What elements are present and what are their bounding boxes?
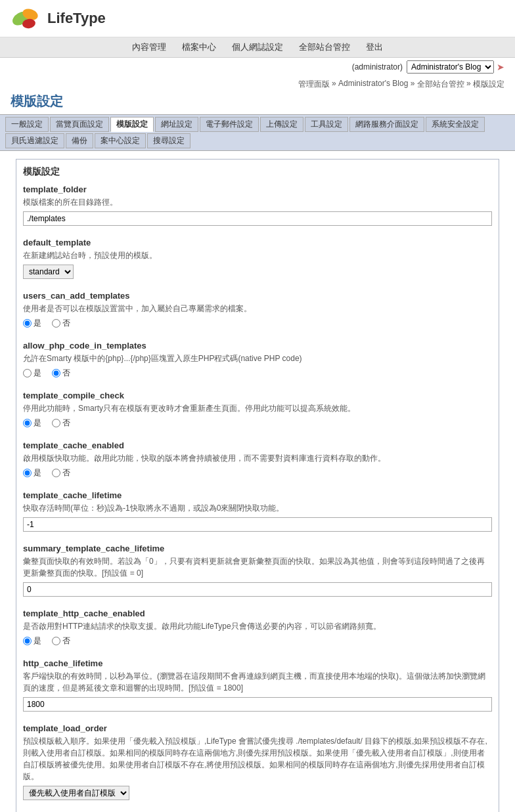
setting-desc-http-cache-lifetime: 客戶端快取的有效時間，以秒為單位。(瀏覽器在這段期間不會再連線到網頁主機，而直接… [23, 670, 492, 694]
radio-yes-users-can-add[interactable]: 是 [23, 318, 41, 329]
tab-template[interactable]: 模版設定 [110, 117, 154, 132]
setting-name-http-cache-lifetime: http_cache_lifetime [23, 658, 492, 668]
setting-name-http-cache: template_http_cache_enabled [23, 609, 492, 618]
radio-no-cache-enabled[interactable]: 否 [52, 467, 70, 479]
breadcrumb-item-4: 模版設定 [473, 79, 504, 90]
setting-cache-lifetime: template_cache_lifetime 快取存活時間(單位：秒)設為-1… [23, 490, 492, 532]
radio-no-compile-check[interactable]: 否 [52, 417, 70, 429]
nav-logout[interactable]: 登出 [366, 41, 383, 53]
radio-yes-http-cache[interactable]: 是 [23, 635, 41, 647]
radio-yes-compile-check[interactable]: 是 [23, 417, 41, 429]
setting-template-folder: template_folder 模版檔案的所在目錄路徑。 [23, 184, 492, 226]
tab-backup[interactable]: 備份 [66, 133, 93, 148]
logo-text: LifeType [47, 10, 106, 27]
setting-desc-template-folder: 模版檔案的所在目錄路徑。 [23, 196, 492, 208]
tab-bar: 一般設定 當覽頁面設定 模版設定 網址設定 電子郵件設定 上傳設定 工具設定 網… [0, 114, 515, 151]
setting-desc-http-cache: 是否啟用對HTTP連結請求的快取支援。啟用此功能LifeType只會傳送必要的內… [23, 620, 492, 632]
nav-bar: 內容管理 檔案中心 個人網誌設定 全部站台管控 登出 [0, 37, 515, 58]
main-content: 模版設定 template_folder 模版檔案的所在目錄路徑。 defaul… [0, 151, 515, 812]
setting-name-users-can-add: users_can_add_templates [23, 291, 492, 301]
setting-name-cache-lifetime: template_cache_lifetime [23, 490, 492, 500]
breadcrumb-sep-2: » [408, 79, 416, 90]
tab-general[interactable]: 一般設定 [5, 117, 49, 132]
radio-no-http-cache[interactable]: 否 [52, 635, 70, 647]
tab-url[interactable]: 網址設定 [155, 117, 198, 132]
setting-http-cache-lifetime: http_cache_lifetime 客戶端快取的有效時間，以秒為單位。(瀏覽… [23, 658, 492, 712]
page-title: 模版設定 [11, 94, 63, 108]
setting-name-compile-check: template_compile_check [23, 391, 492, 400]
radio-yes-allow-php[interactable]: 是 [23, 368, 41, 379]
radio-users-can-add: 是 否 [23, 318, 492, 329]
breadcrumb-item-1[interactable]: 管理面版 [298, 79, 330, 90]
external-link-icon[interactable]: ➤ [497, 62, 504, 72]
input-cache-lifetime[interactable] [23, 517, 492, 532]
content-box: 模版設定 template_folder 模版檔案的所在目錄路徑。 defaul… [16, 159, 499, 812]
nav-site-admin[interactable]: 全部站台管控 [299, 41, 350, 53]
setting-desc-allow-php: 允許在Smarty 模版中的{php}...{/php}區塊置入原生PHP程式碼… [23, 353, 492, 364]
blog-selector: Administrator's Blog ➤ [407, 60, 504, 74]
radio-yes-cache-enabled[interactable]: 是 [23, 467, 41, 479]
tab-email[interactable]: 電子郵件設定 [200, 117, 259, 132]
setting-summary-cache-lifetime: summary_template_cache_lifetime 彙整頁面快取的有… [23, 544, 492, 597]
input-template-folder[interactable] [23, 211, 492, 226]
setting-load-order: template_load_order 預設模版載入順序。如果使用「優先載入預設… [23, 723, 492, 800]
tab-page-view[interactable]: 當覽頁面設定 [50, 117, 109, 132]
top-right-bar: (administrator) Administrator's Blog ➤ [0, 58, 515, 76]
tab-webservice[interactable]: 網路服務介面設定 [349, 117, 424, 132]
setting-desc-users-can-add: 使用者是否可以在模版設置當中，加入屬於自己專屬需求的檔案。 [23, 303, 492, 314]
radio-http-cache: 是 否 [23, 635, 492, 647]
setting-desc-load-order: 預設模版載入順序。如果使用「優先載入預設模版」,LifeType 會嘗試優先搜尋… [23, 735, 492, 782]
breadcrumb-sep-1: » [330, 79, 338, 90]
setting-desc-default-template: 在新建網誌站台時，預設使用的模版。 [23, 249, 492, 261]
setting-cache-enabled: template_cache_enabled 啟用模版快取功能。啟用此功能，快取… [23, 440, 492, 479]
tab-tools[interactable]: 工具設定 [305, 117, 348, 132]
select-default-template[interactable]: standard [23, 265, 74, 279]
radio-no-allow-php[interactable]: 否 [52, 368, 70, 379]
section-title: 模版設定 [23, 166, 492, 178]
tab-security[interactable]: 系統安全設定 [426, 117, 485, 132]
nav-file-center[interactable]: 檔案中心 [182, 41, 216, 53]
setting-allow-php-code: allow_php_code_in_templates 允許在Smarty 模版… [23, 341, 492, 379]
setting-desc-compile-check: 停用此功能時，Smarty只有在模版有更改時才會重新產生頁面。停用此功能可以提高… [23, 402, 492, 414]
tab-upload[interactable]: 上傳設定 [260, 117, 303, 132]
setting-name-default-template: default_template [23, 238, 492, 247]
tab-bayes[interactable]: 貝氏過濾設定 [5, 133, 64, 148]
tab-file-center[interactable]: 案中心設定 [95, 133, 146, 148]
breadcrumb-item-2[interactable]: Administrator's Blog [338, 79, 408, 90]
breadcrumb: 管理面版 » Administrator's Blog » 全部站台管控 » 模… [0, 76, 515, 91]
blog-select[interactable]: Administrator's Blog [407, 60, 494, 74]
setting-users-can-add-templates: users_can_add_templates 使用者是否可以在模版設置當中，加… [23, 291, 492, 329]
admin-label: (administrator) [352, 62, 403, 72]
setting-default-template: default_template 在新建網誌站台時，預設使用的模版。 stand… [23, 238, 492, 279]
setting-name-cache-enabled: template_cache_enabled [23, 440, 492, 450]
setting-name-load-order: template_load_order [23, 723, 492, 733]
radio-compile-check: 是 否 [23, 417, 492, 429]
input-http-cache-lifetime[interactable] [23, 697, 492, 712]
logo-icon [11, 5, 42, 32]
setting-desc-cache-enabled: 啟用模版快取功能。啟用此功能，快取的版本將會持續被使用，而不需要對資料庫進行資料… [23, 452, 492, 464]
header: LifeType [0, 0, 515, 37]
logo-area: LifeType [11, 5, 106, 32]
setting-name-summary-cache: summary_template_cache_lifetime [23, 544, 492, 553]
setting-name-template-folder: template_folder [23, 184, 492, 194]
radio-no-users-can-add[interactable]: 否 [52, 318, 70, 329]
setting-name-allow-php: allow_php_code_in_templates [23, 341, 492, 351]
setting-desc-summary-cache: 彙整頁面快取的有效時間。若設為「0」，只要有資料更新就會更新彙整頁面的快取。如果… [23, 555, 492, 579]
select-load-order[interactable]: 優先載入使用者自訂模版 優先載入預設模版 [23, 786, 129, 800]
setting-compile-check: template_compile_check 停用此功能時，Smarty只有在模… [23, 391, 492, 429]
radio-allow-php: 是 否 [23, 368, 492, 379]
nav-personal-settings[interactable]: 個人網誌設定 [232, 41, 283, 53]
input-summary-cache-lifetime[interactable] [23, 582, 492, 597]
breadcrumb-item-3[interactable]: 全部站台管控 [417, 79, 464, 90]
tab-search[interactable]: 搜尋設定 [147, 133, 190, 148]
setting-desc-cache-lifetime: 快取存活時間(單位：秒)設為-1快取將永不過期，或設為0來關閉快取功能。 [23, 502, 492, 514]
breadcrumb-sep-3: » [464, 79, 473, 90]
setting-http-cache-enabled: template_http_cache_enabled 是否啟用對HTTP連結請… [23, 609, 492, 647]
page-title-area: 模版設定 [0, 91, 515, 114]
radio-cache-enabled: 是 否 [23, 467, 492, 479]
nav-content-mgmt[interactable]: 內容管理 [132, 41, 166, 53]
